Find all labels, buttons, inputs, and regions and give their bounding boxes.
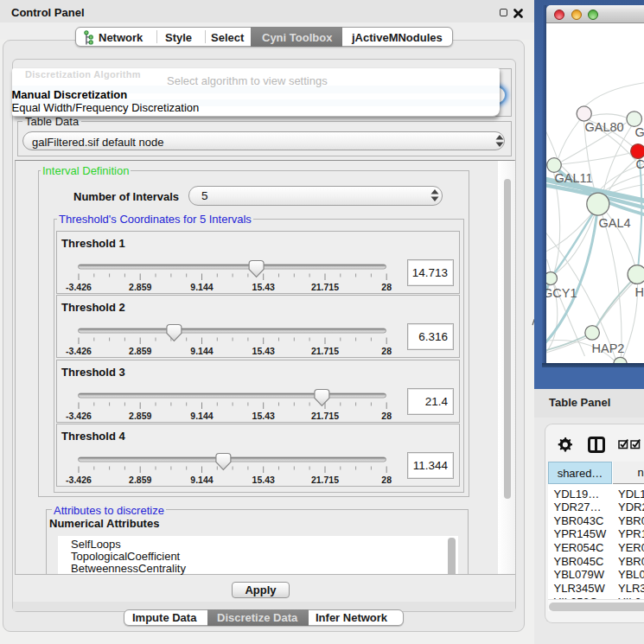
svg-text:HAP2: HAP2 (591, 341, 624, 355)
svg-text:G.: G. (634, 125, 644, 139)
svg-text:H: H (634, 285, 643, 299)
svg-text:C: C (635, 157, 644, 171)
svg-text:GAL80: GAL80 (584, 120, 623, 134)
svg-text:GAL11: GAL11 (554, 171, 592, 185)
svg-text:GCY1: GCY1 (546, 286, 577, 300)
svg-text:GAL4: GAL4 (598, 216, 630, 230)
